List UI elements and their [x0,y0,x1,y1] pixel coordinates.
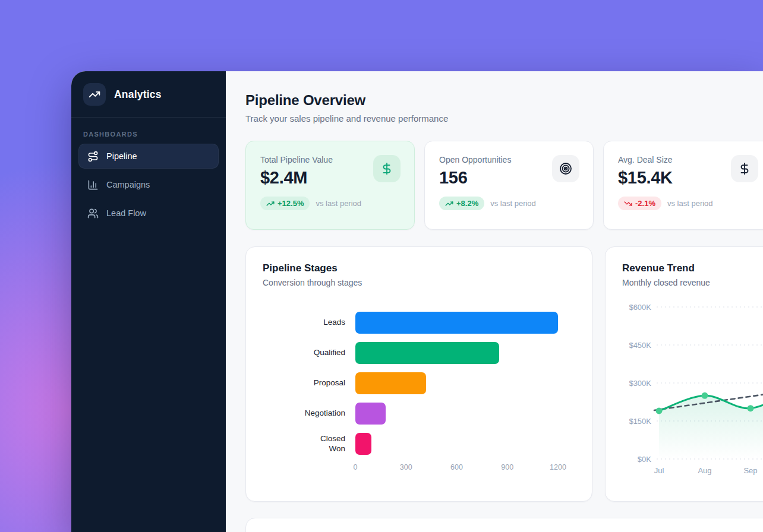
bar-qualified[interactable] [355,342,499,364]
bar-chart-icon [87,179,99,191]
app-window: Analytics DASHBOARDS Pipeline Campaigns [71,71,763,532]
x-axis-ticks: 03006009001200 [355,463,558,473]
bar-row: Leads [263,312,575,334]
y-axis-tick: $0K [638,455,651,464]
kpi-footer: +8.2% vs last period [439,197,579,210]
delta-badge: +8.2% [439,197,484,210]
bar-track [355,403,558,425]
bar-track [355,312,558,334]
sidebar: Analytics DASHBOARDS Pipeline Campaigns [71,71,226,532]
kpi-footer: -2.1% vs last period [618,197,758,210]
x-axis-tick: 0 [354,463,358,471]
kpi-card-avg-deal-size: Avg. Deal Size $15.4K -2.1% vs last peri… [603,141,763,230]
kpi-row: Total Pipeline Value $2.4M +12.5% vs las… [245,141,763,230]
sidebar-item-campaigns[interactable]: Campaigns [78,172,219,197]
compare-label: vs last period [667,199,713,208]
trending-down-icon [624,200,632,208]
bar-track [355,433,558,455]
delta-badge: -2.1% [618,197,661,210]
compare-label: vs last period [316,199,361,208]
delta-badge: +12.5% [260,197,310,210]
bar-row: Negotiation [263,403,575,425]
sidebar-item-pipeline[interactable]: Pipeline [78,144,219,169]
chart-subtitle: Monthly closed revenue [622,278,763,287]
page-title: Pipeline Overview [245,92,763,109]
delta-value: +12.5% [278,199,304,208]
users-icon [87,207,99,219]
bar-negotiation[interactable] [355,403,386,425]
revenue-line-svg: $600K$450K$300K$150K$0KJulAugSep [622,297,763,479]
trending-up-icon [266,200,275,208]
y-axis-tick: $300K [629,379,651,388]
sidebar-nav: Pipeline Campaigns Lead Flow [71,144,226,229]
x-axis-tick: 600 [450,463,463,471]
analytics-logo-icon [83,83,106,106]
compare-label: vs last period [490,199,536,208]
bar-row: Closed Won [263,433,575,455]
bar-track [355,372,558,394]
kpi-card-total-pipeline-value: Total Pipeline Value $2.4M +12.5% vs las… [245,141,415,230]
revenue-area [659,388,763,459]
x-axis-tick: 300 [400,463,412,471]
sidebar-item-label: Lead Flow [106,208,146,218]
bar-category-label: Closed Won [263,434,355,454]
trending-up-icon [445,200,453,208]
sidebar-item-lead-flow[interactable]: Lead Flow [78,201,219,226]
data-point-aug[interactable] [702,392,708,399]
sidebar-item-label: Pipeline [106,151,137,161]
bar-track [355,342,558,364]
bar-proposal[interactable] [355,372,426,394]
bar-closed-won[interactable] [355,433,371,455]
bar-category-label: Leads [263,318,355,328]
x-axis-tick: 900 [501,463,513,471]
kpi-footer: +12.5% vs last period [260,197,400,210]
y-axis-tick: $600K [629,303,651,312]
x-axis-label: Aug [698,466,711,475]
y-axis-tick: $150K [629,417,651,426]
sidebar-section-label: DASHBOARDS [83,131,214,138]
bar-rows: LeadsQualifiedProposalNegotiationClosed … [263,312,575,455]
bar-category-label: Proposal [263,378,355,388]
y-axis-tick: $450K [629,341,651,350]
charts-row: Pipeline Stages Conversion through stage… [245,246,763,502]
delta-value: -2.1% [635,199,655,208]
bar-row: Qualified [263,342,575,364]
page-subtitle: Track your sales pipeline and revenue pe… [245,113,763,124]
chart-subtitle: Conversion through stages [263,278,575,287]
pipeline-stages-card: Pipeline Stages Conversion through stage… [245,246,592,502]
revenue-trend-card: Revenue Trend Monthly closed revenue $60… [605,246,763,502]
bar-category-label: Negotiation [263,408,355,419]
x-axis-tick: 1200 [550,463,566,471]
route-icon [87,150,99,162]
sidebar-item-label: Campaigns [106,180,150,189]
partial-bottom-card [245,518,763,532]
data-point-jul[interactable] [656,407,663,414]
bar-category-label: Qualified [263,348,355,358]
delta-value: +8.2% [456,199,478,208]
kpi-card-open-opportunities: Open Opportunities 156 +8.2% vs last per… [424,141,594,230]
target-icon [552,155,579,182]
revenue-line-chart: $600K$450K$300K$150K$0KJulAugSep [622,297,763,481]
bar-leads[interactable] [355,312,558,334]
app-title: Analytics [114,88,162,101]
pipeline-stages-bar-chart: LeadsQualifiedProposalNegotiationClosed … [263,312,575,473]
dollar-icon [373,155,401,182]
x-axis-label: Sep [743,466,757,475]
chart-title: Revenue Trend [622,262,763,274]
bar-row: Proposal [263,372,575,394]
main-content: Pipeline Overview Track your sales pipel… [226,71,763,532]
chart-title: Pipeline Stages [263,262,575,274]
app-logo-row: Analytics [71,71,226,118]
data-point-sep[interactable] [748,405,754,411]
x-axis-label: Jul [654,466,664,475]
dollar-icon [731,155,758,182]
